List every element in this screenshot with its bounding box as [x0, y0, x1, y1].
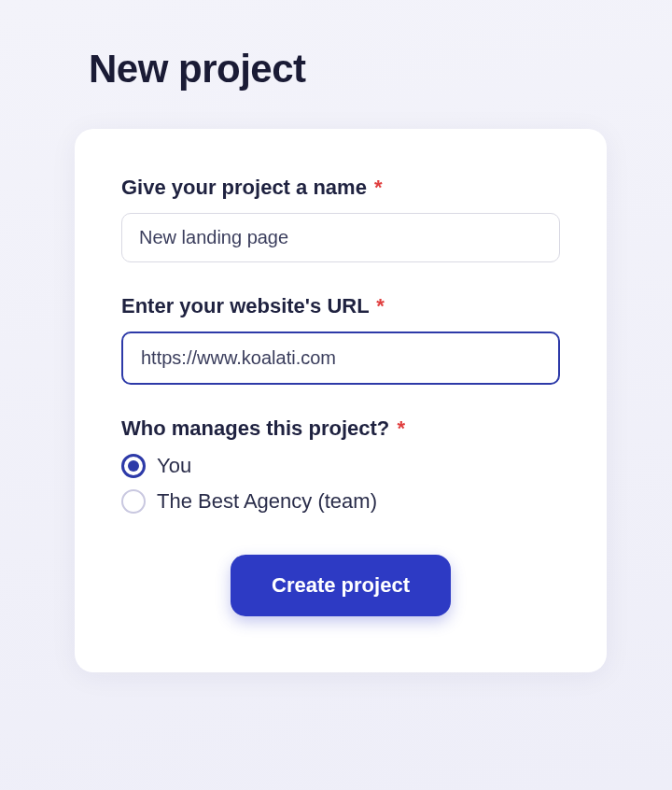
label-text: Who manages this project? [121, 416, 389, 440]
radio-icon [121, 489, 146, 514]
website-url-input[interactable] [121, 332, 560, 385]
website-url-label: Enter your website's URL * [121, 294, 560, 318]
required-indicator: * [376, 294, 385, 317]
project-manager-label: Who manages this project? * [121, 416, 560, 441]
manager-radio-group: You The Best Agency (team) [121, 454, 560, 514]
page-title: New project [89, 47, 607, 92]
label-text: Give your project a name [121, 176, 367, 199]
required-indicator: * [397, 416, 405, 440]
radio-label: You [157, 454, 191, 478]
project-name-group: Give your project a name * [121, 176, 560, 262]
new-project-form-card: Give your project a name * Enter your we… [75, 129, 607, 672]
required-indicator: * [374, 176, 383, 199]
project-name-input[interactable] [121, 213, 560, 262]
radio-icon [121, 454, 146, 478]
website-url-group: Enter your website's URL * [121, 294, 560, 385]
project-manager-group: Who manages this project? * You The Best… [121, 416, 560, 514]
create-project-button[interactable]: Create project [231, 555, 451, 616]
radio-label: The Best Agency (team) [157, 489, 377, 514]
manager-option-you[interactable]: You [121, 454, 560, 478]
manager-option-team[interactable]: The Best Agency (team) [121, 489, 560, 514]
label-text: Enter your website's URL [121, 294, 369, 317]
project-name-label: Give your project a name * [121, 176, 560, 200]
submit-wrap: Create project [121, 555, 560, 616]
